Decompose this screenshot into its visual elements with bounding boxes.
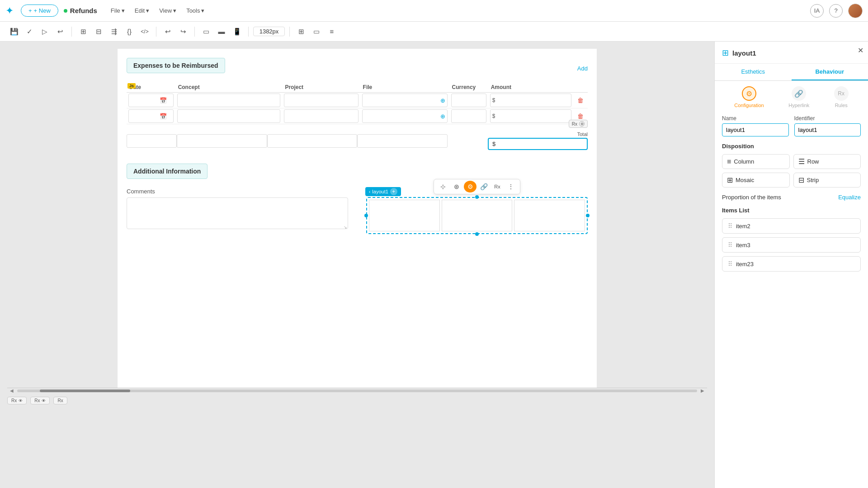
layers-button[interactable]: ⊟ <box>92 25 105 38</box>
js-badge: Js <box>127 83 136 89</box>
tab-esthetics[interactable]: Esthetics <box>715 64 792 80</box>
scroll-right-arrow[interactable]: ▶ <box>699 388 706 393</box>
select-tool-btn[interactable]: ⊛ <box>450 181 463 192</box>
currency-input-1[interactable] <box>451 94 486 107</box>
settings-button[interactable]: ≡ <box>325 25 339 38</box>
calendar-icon-2[interactable]: 📅 <box>160 113 167 120</box>
subtab-hyperlink[interactable]: 🔗 Hyperlink <box>788 86 809 108</box>
canvas-area[interactable]: Expenses to be Reimbursed Add Js Date Co… <box>0 42 714 488</box>
link-tool-btn[interactable]: 🔗 <box>477 181 490 192</box>
help-button[interactable]: ? <box>829 4 843 18</box>
tab-behaviour[interactable]: Behaviour <box>792 64 868 80</box>
mobile-button[interactable]: 📱 <box>230 25 244 38</box>
menu-edit[interactable]: Edit ▾ <box>130 5 154 16</box>
calendar-icon-1[interactable]: 📅 <box>160 97 167 104</box>
file-input-2[interactable] <box>364 113 439 119</box>
panel-close-btn[interactable]: ✕ <box>858 46 863 55</box>
rx-badge-2-icon[interactable]: 👁 <box>42 399 46 403</box>
summary-cell-1[interactable] <box>127 134 177 148</box>
rx-tool-btn[interactable]: Rx <box>491 181 504 192</box>
tab-esthetics-label: Esthetics <box>741 68 765 75</box>
config-icon: ⚙ <box>742 86 756 101</box>
dollar-icon-2: $ <box>492 113 495 119</box>
rx-badge-1-icon[interactable]: 👁 <box>19 399 23 403</box>
scroll-left-arrow[interactable]: ◀ <box>8 388 15 393</box>
rx-settings-icon[interactable]: ⚙ <box>579 121 585 127</box>
config-tool-btn[interactable]: ⚙ <box>464 181 476 192</box>
drag-handle-3[interactable]: ⠿ <box>728 241 732 249</box>
disposition-column[interactable]: ≡ Column <box>722 154 790 169</box>
project-input-1[interactable] <box>284 94 358 107</box>
resize-handle-right[interactable] <box>586 214 590 217</box>
resize-handle-left[interactable] <box>364 214 368 217</box>
upload-button[interactable]: ↩ <box>53 25 67 38</box>
menu-tools[interactable]: Tools ▾ <box>182 5 209 16</box>
menu-file[interactable]: File ▾ <box>106 5 129 16</box>
resize-handle-bottom[interactable] <box>475 232 479 236</box>
disposition-strip[interactable]: ⊟ Strip <box>793 173 861 188</box>
total-input[interactable] <box>497 141 583 147</box>
currency-input-2[interactable] <box>451 109 486 123</box>
play-button[interactable]: ▷ <box>38 25 52 38</box>
save-button[interactable]: 💾 <box>7 25 21 38</box>
delete-row-1[interactable]: 🗑 <box>577 97 584 104</box>
user-avatar[interactable] <box>848 4 863 18</box>
total-label: Total <box>488 131 588 137</box>
name-input[interactable] <box>722 123 789 136</box>
sep5 <box>289 27 290 37</box>
add-link[interactable]: Add <box>577 65 588 72</box>
project-input-2[interactable] <box>284 109 358 123</box>
h-scrollbar[interactable]: ◀ ▶ <box>7 388 707 393</box>
summary-cell-3[interactable] <box>267 134 358 148</box>
drag-handle-2[interactable]: ⠿ <box>728 222 732 230</box>
layout1-inner <box>366 197 588 234</box>
summary-cell-2[interactable] <box>177 134 267 148</box>
date-input-2[interactable] <box>131 113 158 119</box>
resize-handle-corner[interactable]: ↘ <box>344 225 347 230</box>
summary-cell-4[interactable] <box>357 134 448 148</box>
delete-row-2[interactable]: 🗑 <box>577 113 584 120</box>
menu-view[interactable]: View ▾ <box>155 5 181 16</box>
new-button[interactable]: + + New <box>21 5 58 17</box>
identifier-input[interactable] <box>794 123 861 136</box>
html-button[interactable]: </> <box>138 25 151 38</box>
upload-icon-1[interactable]: ⊕ <box>440 97 445 104</box>
items-list: ⠿ item2 ⠿ item3 ⠿ item23 <box>722 218 861 272</box>
component-button[interactable]: ⊞ <box>76 25 90 38</box>
tablet-button[interactable]: ▬ <box>215 25 228 38</box>
tab-behaviour-label: Behaviour <box>815 68 844 75</box>
redo-button[interactable]: ↪ <box>176 25 190 38</box>
window-button[interactable]: ▭ <box>310 25 323 38</box>
amount-input-2[interactable] <box>495 113 569 119</box>
concept-input-1[interactable] <box>177 94 281 107</box>
subtab-configuration[interactable]: ⚙ Configuration <box>734 86 764 108</box>
mosaic-icon: ⊞ <box>727 176 733 184</box>
layout1-cell-2 <box>442 200 513 231</box>
comments-input[interactable] <box>127 197 348 229</box>
ia-button[interactable]: IA <box>810 4 824 18</box>
scroll-thumb[interactable] <box>40 389 130 392</box>
panel-tabs: Esthetics Behaviour <box>715 64 868 81</box>
equalize-button[interactable]: Equalize <box>838 194 861 201</box>
layout1-add-btn[interactable]: + <box>390 188 397 195</box>
code-button[interactable]: {} <box>123 25 136 38</box>
disposition-row[interactable]: ☰ Row <box>793 154 861 169</box>
check-button[interactable]: ✓ <box>23 25 36 38</box>
concept-input-2[interactable] <box>177 109 281 123</box>
resize-handle-top[interactable] <box>475 195 479 199</box>
move-tool-btn[interactable]: ⊹ <box>437 181 449 192</box>
disposition-mosaic[interactable]: ⊞ Mosaic <box>722 173 790 188</box>
flow-button[interactable]: ⇶ <box>107 25 121 38</box>
amount-input-1[interactable] <box>495 97 569 103</box>
subtab-rules[interactable]: Rx Rules <box>834 86 849 108</box>
grid-button[interactable]: ⊞ <box>294 25 308 38</box>
file-input-1[interactable] <box>364 97 439 103</box>
drag-handle-23[interactable]: ⠿ <box>728 260 732 267</box>
date-input-1[interactable] <box>131 97 158 103</box>
upload-icon-2[interactable]: ⊕ <box>440 113 445 120</box>
undo-button[interactable]: ↩ <box>161 25 175 38</box>
scroll-track[interactable] <box>17 389 697 392</box>
more-tool-btn[interactable]: ⋮ <box>505 181 517 192</box>
desktop-button[interactable]: ▭ <box>199 25 213 38</box>
layout1-selection[interactable] <box>366 197 588 234</box>
